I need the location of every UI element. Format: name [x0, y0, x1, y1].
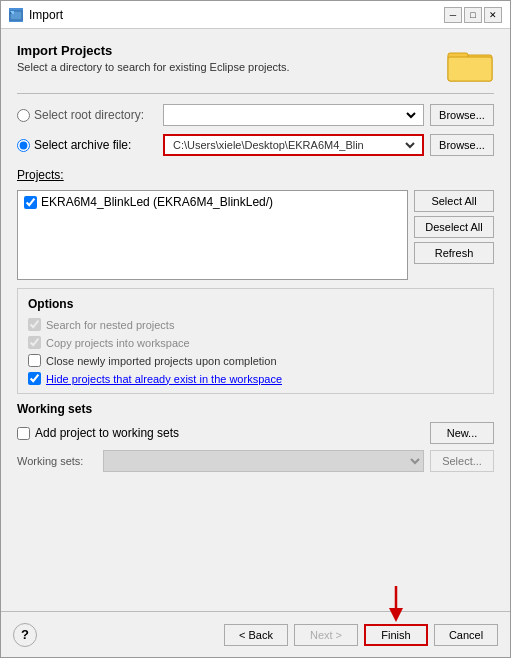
root-dir-label[interactable]: Select root directory: — [17, 108, 157, 122]
deselect-all-button[interactable]: Deselect All — [414, 216, 494, 238]
projects-list[interactable]: EKRA6M4_BlinkLed (EKRA6M4_BlinkLed/) — [17, 190, 408, 280]
footer: ? < Back Next > Finish Cancel — [1, 611, 510, 657]
root-dir-row: Select root directory: Browse... — [17, 104, 494, 126]
header-section: Import Projects Select a directory to se… — [17, 43, 494, 83]
cancel-button[interactable]: Cancel — [434, 624, 498, 646]
projects-label: Projects: — [17, 168, 494, 182]
new-working-set-button[interactable]: New... — [430, 422, 494, 444]
archive-file-input[interactable]: C:\Users\xiele\Desktop\EKRA6M4_Blin — [163, 134, 424, 156]
dialog-description: Select a directory to search for existin… — [17, 61, 446, 73]
archive-file-radio[interactable] — [17, 139, 30, 152]
projects-area: EKRA6M4_BlinkLed (EKRA6M4_BlinkLed/) Sel… — [17, 190, 494, 280]
select-all-button[interactable]: Select All — [414, 190, 494, 212]
option-hide-existing: Hide projects that already exist in the … — [28, 372, 483, 385]
title-bar: Import ─ □ ✕ — [1, 1, 510, 29]
root-dir-radio[interactable] — [17, 109, 30, 122]
window-icon — [9, 8, 23, 22]
header-separator — [17, 93, 494, 94]
browse2-button[interactable]: Browse... — [430, 134, 494, 156]
next-button[interactable]: Next > — [294, 624, 358, 646]
window-title: Import — [29, 8, 444, 22]
maximize-button[interactable]: □ — [464, 7, 482, 23]
minimize-button[interactable]: ─ — [444, 7, 462, 23]
header-text: Import Projects Select a directory to se… — [17, 43, 446, 73]
svg-rect-5 — [448, 57, 492, 81]
add-working-sets-label: Add project to working sets — [35, 426, 179, 440]
project-name: EKRA6M4_BlinkLed (EKRA6M4_BlinkLed/) — [41, 195, 273, 209]
window-controls: ─ □ ✕ — [444, 7, 502, 23]
archive-file-select[interactable]: C:\Users\xiele\Desktop\EKRA6M4_Blin — [169, 136, 418, 154]
finish-button[interactable]: Finish — [364, 624, 428, 646]
root-dir-select[interactable] — [168, 105, 419, 125]
copy-projects-checkbox[interactable] — [28, 336, 41, 349]
working-sets-field-label: Working sets: — [17, 455, 97, 467]
working-sets-section: Working sets Add project to working sets… — [17, 402, 494, 472]
help-button[interactable]: ? — [13, 623, 37, 647]
dialog-title: Import Projects — [17, 43, 446, 58]
archive-file-row: Select archive file: C:\Users\xiele\Desk… — [17, 134, 494, 156]
option-close-imported: Close newly imported projects upon compl… — [28, 354, 483, 367]
option-nested-projects: Search for nested projects — [28, 318, 483, 331]
back-button[interactable]: < Back — [224, 624, 288, 646]
project-item[interactable]: EKRA6M4_BlinkLed (EKRA6M4_BlinkLed/) — [20, 193, 405, 211]
finish-arrow — [381, 586, 411, 622]
footer-buttons: < Back Next > Finish Cancel — [224, 624, 498, 646]
working-sets-select[interactable] — [104, 451, 423, 471]
root-dir-combo[interactable] — [163, 104, 424, 126]
working-sets-title: Working sets — [17, 402, 494, 416]
add-to-working-sets-row: Add project to working sets New... — [17, 422, 494, 444]
close-button[interactable]: ✕ — [484, 7, 502, 23]
working-sets-combo[interactable] — [103, 450, 424, 472]
project-checkbox[interactable] — [24, 196, 37, 209]
options-title: Options — [28, 297, 483, 311]
svg-marker-7 — [389, 608, 403, 622]
close-imported-checkbox[interactable] — [28, 354, 41, 367]
nested-projects-checkbox[interactable] — [28, 318, 41, 331]
projects-action-buttons: Select All Deselect All Refresh — [414, 190, 494, 280]
import-dialog: Import ─ □ ✕ Import Projects Select a di… — [0, 0, 511, 658]
add-working-sets-checkbox[interactable] — [17, 427, 30, 440]
dialog-content: Import Projects Select a directory to se… — [1, 29, 510, 611]
options-section: Options Search for nested projects Copy … — [17, 288, 494, 394]
working-sets-field-row: Working sets: Select... — [17, 450, 494, 472]
refresh-button[interactable]: Refresh — [414, 242, 494, 264]
select-working-set-button[interactable]: Select... — [430, 450, 494, 472]
browse1-button[interactable]: Browse... — [430, 104, 494, 126]
option-copy-projects: Copy projects into workspace — [28, 336, 483, 349]
archive-file-label[interactable]: Select archive file: — [17, 138, 157, 152]
hide-existing-checkbox[interactable] — [28, 372, 41, 385]
folder-icon — [446, 43, 494, 83]
